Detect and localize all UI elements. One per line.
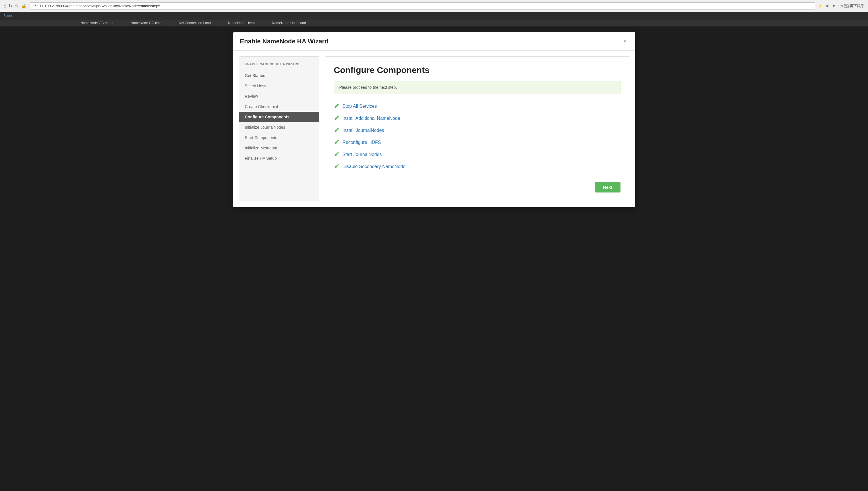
home-icon[interactable]: ⌂ — [3, 3, 6, 9]
metric-gc-time: NameNode GC time — [131, 21, 162, 25]
close-button[interactable]: × — [621, 37, 628, 45]
sidebar-item-initialize-metadata[interactable]: Initialize Metadata — [239, 143, 319, 153]
sidebar-item-initialize-journalnodes[interactable]: Initialize JournalNodes — [239, 122, 319, 133]
metrics-bar: NameNode GC count NameNode GC time NN Co… — [0, 20, 868, 26]
back-icon[interactable]: ↻ — [9, 3, 12, 9]
nav-icons: ⌂ ↻ ☆ 🔒 — [3, 3, 27, 9]
page-title: Configure Components — [334, 65, 620, 75]
browser-chrome: ⌂ ↻ ☆ 🔒 172.17.100.21:8080/#/main/servic… — [0, 0, 868, 12]
modal-title: Enable NameNode HA Wizard — [240, 38, 329, 45]
task-link-disable-secondary-namenode[interactable]: Disable Secondary NameNode — [343, 164, 406, 169]
checkmark-disable-secondary-namenode: ✔ — [334, 163, 339, 170]
wizard-sidebar: ENABLE NAMENODE HA WIZARD Get Started Se… — [239, 56, 319, 201]
address-bar[interactable]: 172.17.100.21:8080/#/main/services/highA… — [30, 2, 815, 9]
checkmark-reconfigure-hdfs: ✔ — [334, 139, 339, 146]
checkmark-stop-all-services: ✔ — [334, 103, 339, 110]
info-message: Please proceed to the next step. — [334, 81, 620, 94]
modal-header: Enable NameNode HA Wizard × — [233, 32, 635, 51]
dropdown-icon[interactable]: ▼ — [832, 4, 836, 8]
sidebar-item-finalize-ha-setup[interactable]: Finalize HA Setup — [239, 153, 319, 164]
task-link-install-journalnodes[interactable]: Install JournalNodes — [343, 128, 384, 133]
shield-icon: 🔒 — [21, 3, 27, 9]
star-icon[interactable]: ★ — [826, 4, 829, 8]
task-item-disable-secondary-namenode: ✔ Disable Secondary NameNode — [334, 163, 620, 170]
browser-right-area: ⚡ ★ ▼ 中纪委再下狼手 — [818, 3, 865, 9]
task-item-install-additional-namenode: ✔ Install Additional NameNode — [334, 115, 620, 122]
task-link-reconfigure-hdfs[interactable]: Reconfigure HDFS — [343, 140, 381, 145]
next-button[interactable]: Next — [595, 182, 620, 193]
wizard-footer: Next — [334, 182, 620, 193]
bookmark-icon[interactable]: ☆ — [14, 3, 19, 9]
task-item-start-journalnodes: ✔ Start JournalNodes — [334, 151, 620, 158]
slider-link[interactable]: Slider — [3, 14, 12, 18]
sidebar-item-review[interactable]: Review — [239, 91, 319, 102]
modal-body: ENABLE NAMENODE HA WIZARD Get Started Se… — [233, 51, 635, 207]
sidebar-item-select-hosts[interactable]: Select Hosts — [239, 81, 319, 91]
metric-host-load: NameNode Host Load — [272, 21, 306, 25]
sidebar-item-create-checkpoint[interactable]: Create Checkpoint — [239, 102, 319, 112]
wizard-content: Configure Components Please proceed to t… — [325, 56, 629, 201]
sidebar-item-configure-components[interactable]: Configure Components — [239, 112, 319, 122]
task-link-install-additional-namenode[interactable]: Install Additional NameNode — [343, 116, 400, 121]
metric-gc-count: NameNode GC count — [81, 21, 114, 25]
checkmark-install-additional-namenode: ✔ — [334, 115, 339, 122]
checkmark-install-journalnodes: ✔ — [334, 127, 339, 134]
task-list: ✔ Stop All Services ✔ Install Additional… — [334, 103, 620, 170]
task-item-reconfigure-hdfs: ✔ Reconfigure HDFS — [334, 139, 620, 146]
metric-connection-load: NN Connection Load — [179, 21, 211, 25]
wizard-modal: Enable NameNode HA Wizard × ENABLE NAMEN… — [233, 32, 635, 207]
metric-heap: NameNode Heap — [228, 21, 255, 25]
task-link-start-journalnodes[interactable]: Start JournalNodes — [343, 152, 382, 157]
sidebar-item-get-started[interactable]: Get Started — [239, 70, 319, 81]
checkmark-start-journalnodes: ✔ — [334, 151, 339, 158]
task-item-stop-all-services: ✔ Stop All Services — [334, 103, 620, 110]
modal-overlay: Enable NameNode HA Wizard × ENABLE NAMEN… — [0, 26, 868, 491]
extension-label: 中纪委再下狼手 — [838, 3, 865, 9]
task-link-stop-all-services[interactable]: Stop All Services — [343, 104, 377, 109]
top-menu-bar: Slider — [0, 12, 868, 20]
sidebar-item-start-components[interactable]: Start Components — [239, 133, 319, 143]
task-item-install-journalnodes: ✔ Install JournalNodes — [334, 127, 620, 134]
sidebar-section-title: ENABLE NAMENODE HA WIZARD — [239, 62, 319, 70]
lightning-icon: ⚡ — [818, 4, 823, 8]
